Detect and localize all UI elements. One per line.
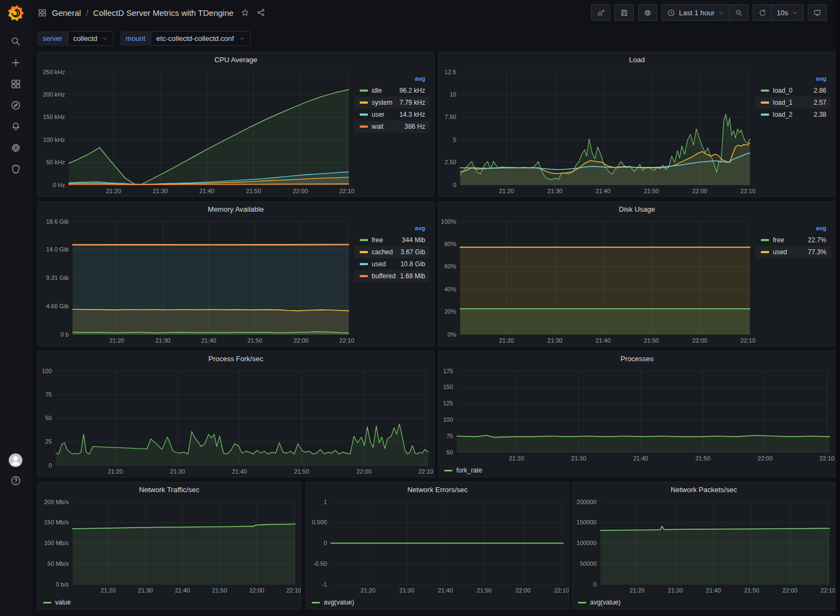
refresh-interval-label: 10s [777, 9, 788, 17]
panel-legend: avg(value) [306, 596, 569, 609]
legend-row-buffered[interactable]: buffered1.68 Mib [354, 270, 430, 282]
legend-row-used[interactable]: used77.3% [755, 246, 831, 258]
variable-server-label[interactable]: server [37, 31, 68, 46]
legend-row-idle[interactable]: idle96.2 kHz [354, 85, 430, 97]
svg-text:22:10: 22:10 [418, 468, 433, 475]
page-scrollbar[interactable] [836, 0, 840, 616]
create-plus-icon[interactable] [10, 57, 21, 68]
chart-memory-available[interactable]: 0 b4.66 Gib9.31 Gib14.0 Gib18.6 Gib21:20… [38, 216, 354, 346]
refresh-button[interactable] [753, 4, 772, 21]
legend-item-value[interactable]: value [43, 599, 71, 606]
panel-title[interactable]: Load [439, 52, 835, 67]
legend-row-wait[interactable]: wait386 Hz [354, 121, 430, 133]
legend-series-value: 96.2 kHz [400, 87, 425, 94]
variable-mount-value[interactable]: etc-collectd-collectd.conf [151, 31, 250, 46]
x-axis-labels: 21:2021:3021:4021:5022:0022:10 [499, 188, 755, 194]
svg-text:21:50: 21:50 [476, 587, 492, 594]
legend-item-avg(value)[interactable]: avg(value) [312, 599, 354, 606]
svg-text:0: 0 [593, 581, 597, 588]
panel-title[interactable]: Process Fork/sec [38, 351, 434, 366]
variable-mount-label[interactable]: mount [120, 31, 151, 46]
panel-title[interactable]: Network Packets/sec [573, 482, 835, 497]
variable-server-value[interactable]: collectd [68, 31, 114, 46]
series-fill-avg(value) [600, 527, 830, 585]
svg-text:22:10: 22:10 [339, 337, 354, 344]
legend-row-load_0[interactable]: load_02.86 [755, 85, 831, 97]
chart-process-fork[interactable]: 025507510021:2021:3021:4021:5022:0022:10 [38, 366, 434, 477]
svg-text:0 b: 0 b [61, 331, 69, 338]
svg-text:21:20: 21:20 [360, 587, 376, 594]
panel-title[interactable]: Memory Available [38, 202, 434, 216]
svg-text:21:40: 21:40 [706, 587, 721, 594]
star-icon[interactable] [241, 8, 249, 17]
legend-row-load_2[interactable]: load_22.38 [755, 109, 831, 121]
legend-header[interactable]: avg [354, 74, 430, 85]
legend-item-fork_rate[interactable]: fork_rate [444, 467, 482, 474]
legend-series-name: free [372, 236, 398, 244]
alerting-bell-icon[interactable] [10, 121, 21, 132]
grafana-logo[interactable] [7, 4, 25, 22]
panel-cpu-average: CPU Average 0 Hz50 kHz100 kHz150 kHz200 … [37, 52, 434, 197]
legend-header[interactable]: avg [354, 224, 430, 234]
zoom-out-time-button[interactable] [730, 4, 748, 21]
panel-processes: Processes 507510012515017521:2021:3021:4… [438, 351, 836, 477]
chart-network-errors[interactable]: -1-0.5000.500121:2021:3021:4021:5022:002… [306, 497, 569, 596]
panel-title[interactable]: Disk Usage [439, 202, 835, 216]
legend-row-free[interactable]: free22.7% [755, 234, 831, 246]
legend-row-used[interactable]: used10.8 Gib [354, 258, 430, 270]
time-range-picker[interactable]: Last 1 hour [662, 4, 730, 21]
svg-text:21:50: 21:50 [212, 587, 228, 594]
panel-title[interactable]: Processes [439, 351, 835, 366]
svg-text:21:20: 21:20 [101, 587, 116, 594]
series-color-dash [761, 89, 769, 92]
legend-row-system[interactable]: system7.79 kHz [354, 97, 430, 109]
legend-item-avg(value)[interactable]: avg(value) [578, 599, 621, 606]
legend-series-value: 14.3 kHz [400, 111, 425, 118]
svg-text:21:50: 21:50 [294, 468, 309, 475]
search-icon[interactable] [10, 36, 21, 47]
help-icon[interactable] [10, 475, 21, 486]
add-panel-button[interactable] [591, 4, 610, 21]
chart-network-traffic[interactable]: 0 b/s50 Mb/s100 Mb/s150 Mb/s200 Mb/s21:2… [38, 497, 301, 596]
explore-compass-icon[interactable] [10, 100, 21, 111]
svg-text:50: 50 [45, 415, 52, 421]
legend-header[interactable]: avg [755, 224, 831, 234]
svg-text:21:30: 21:30 [153, 188, 168, 194]
x-axis-labels: 21:2021:3021:4021:5022:0022:10 [509, 455, 835, 462]
panel-title[interactable]: Network Errors/sec [306, 482, 569, 497]
dashboard-settings-button[interactable] [638, 4, 657, 21]
legend-row-free[interactable]: free344 Mib [354, 234, 430, 246]
legend-row-load_1[interactable]: load_12.57 [755, 97, 831, 109]
share-icon[interactable] [257, 8, 265, 17]
panel-title[interactable]: CPU Average [38, 52, 434, 67]
chart-network-packets[interactable]: 05000010000015000020000021:2021:3021:402… [573, 497, 835, 596]
save-dashboard-button[interactable] [615, 4, 634, 21]
panel-load: Load 02.5057.501012.521:2021:3021:4021:5… [438, 52, 836, 197]
legend-row-user[interactable]: user14.3 kHz [354, 109, 430, 121]
svg-text:21:50: 21:50 [644, 188, 659, 194]
chart-processes[interactable]: 507510012515017521:2021:3021:4021:5022:0… [439, 366, 835, 464]
legend-series-value: 2.57 [814, 99, 826, 106]
x-axis-labels: 21:2021:3021:4021:5022:0022:10 [499, 337, 755, 344]
legend-row-cached[interactable]: cached3.67 Gib [354, 246, 430, 258]
y-axis-labels: 0255075100 [42, 368, 52, 469]
chart-disk-usage[interactable]: 0%20%40%60%80%100%21:2021:3021:4021:5022… [439, 216, 755, 346]
chart-svg: -1-0.5000.500121:2021:3021:4021:5022:002… [306, 497, 569, 596]
legend-series-name: cached [372, 248, 397, 256]
svg-text:22:10: 22:10 [741, 337, 755, 344]
breadcrumb-folder[interactable]: General [52, 8, 81, 17]
panel-legend: avgidle96.2 kHzsystem7.79 kHzuser14.3 kH… [354, 67, 434, 196]
dashboards-icon[interactable] [10, 79, 21, 89]
refresh-interval-picker[interactable]: 10s [772, 4, 803, 21]
svg-text:50 kHz: 50 kHz [46, 159, 65, 165]
user-avatar[interactable] [8, 453, 23, 468]
panel-title[interactable]: Network Traffic/sec [38, 482, 301, 497]
configuration-gear-icon[interactable] [10, 142, 21, 153]
legend-header[interactable]: avg [755, 74, 831, 85]
series-buffered [73, 244, 349, 245]
chart-cpu-average[interactable]: 0 Hz50 kHz100 kHz150 kHz200 kHz250 kHz21… [38, 67, 354, 196]
chart-load[interactable]: 02.5057.501012.521:2021:3021:4021:5022:0… [439, 67, 755, 196]
dashboard-title[interactable]: CollectD Server Metrics with TDengine [93, 8, 234, 17]
cycle-view-mode-button[interactable] [808, 4, 827, 21]
server-admin-shield-icon[interactable] [10, 164, 21, 175]
